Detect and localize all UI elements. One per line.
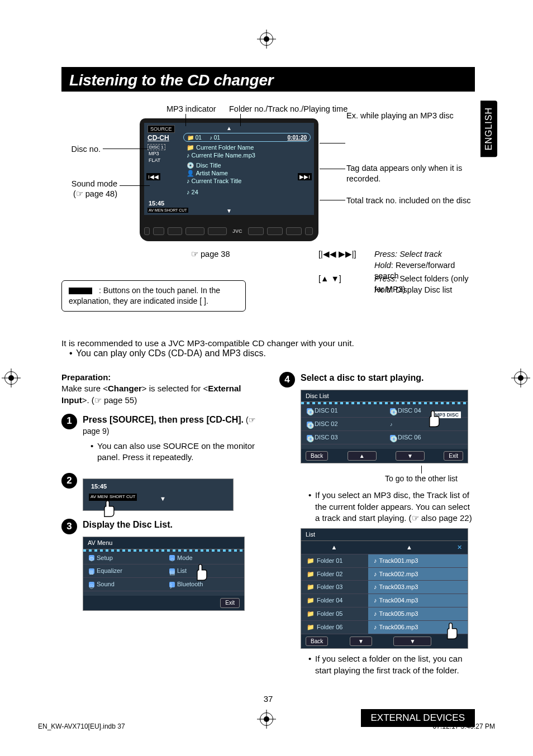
leader-line xyxy=(120,185,150,186)
disc-list-screenshot: Disc List 💿DISC 01 💿DISC 04 💿DISC 02 ♪MP… xyxy=(301,390,468,464)
scroll-up-button[interactable]: ▲ xyxy=(348,451,377,461)
scroll-down-button[interactable]: ▼ xyxy=(350,637,372,647)
hw-button[interactable] xyxy=(248,227,264,235)
leader-line xyxy=(421,466,422,473)
step4-bullet1: If you select an MP3 disc, the Track lis… xyxy=(308,490,475,524)
playback-info-bar: 📁 01 ♪ 01 0:01:20 xyxy=(183,133,311,142)
footer-file: EN_KW-AVX710[EU].indb 37 xyxy=(38,722,125,730)
other-list-label: To go to the other list xyxy=(385,474,458,483)
track-item[interactable]: ♪ Track004.mp3 xyxy=(368,594,468,607)
track-list-header: List xyxy=(301,529,468,541)
exit-button[interactable]: Exit xyxy=(444,451,463,461)
folder-item[interactable]: 📁 Folder 02 xyxy=(301,568,368,581)
step4-title: Select a disc to start playing. xyxy=(301,372,475,384)
hw-button[interactable] xyxy=(305,227,313,235)
track-number: ♪ 01 xyxy=(210,135,220,141)
page-content: Listening to the CD changer ENGLISH MP3 … xyxy=(61,67,475,727)
disc-icon: 💿 xyxy=(390,435,396,441)
scroll-up-button[interactable]: ▲ xyxy=(367,541,451,554)
hw-button[interactable] xyxy=(153,227,164,235)
disc-indicator: DISC 1 xyxy=(147,144,165,150)
hw-button[interactable] xyxy=(267,227,283,235)
close-button[interactable]: ✕ xyxy=(451,541,468,554)
artist-line: 👤 Artist Name xyxy=(187,170,228,177)
track-item[interactable]: ♪ Track005.mp3 xyxy=(368,607,468,621)
leader-line xyxy=(103,149,147,149)
track-list-screenshot: List ▲ ▲ ✕ 📁 Folder 01 ♪ xyxy=(301,528,468,649)
exit-button[interactable]: Exit xyxy=(220,598,240,608)
updown-symbol: [▲ ▼] xyxy=(318,274,341,284)
folder-item[interactable]: 📁 Folder 04 xyxy=(301,594,368,607)
preparation-text: Make sure <Changer> is selected for <Ext… xyxy=(61,383,257,406)
menu-item-equalizer[interactable]: ≣Equalizer xyxy=(83,564,164,578)
hw-button[interactable] xyxy=(208,227,227,235)
clock: 15:45 xyxy=(91,482,107,491)
up-arrow-icon[interactable]: ▲ xyxy=(226,125,232,131)
clock: 15:45 xyxy=(149,200,164,207)
label-mp3-indicator: MP3 indicator xyxy=(166,104,216,114)
track-title-line: ♪ Current Track Title xyxy=(187,178,241,184)
label-ex-mp3: Ex. while playing an MP3 disc xyxy=(346,111,454,121)
track-item[interactable]: ♪ Track001.mp3 xyxy=(368,554,468,568)
leader-line xyxy=(320,200,345,200)
print-registration-mark xyxy=(4,371,18,385)
disc-item[interactable]: 💿DISC 02 xyxy=(301,418,384,431)
pointing-hand-icon xyxy=(442,621,461,640)
disc-title-line: 💿 Disc Title xyxy=(187,162,221,169)
preparation-heading: Preparation: xyxy=(61,372,257,383)
step-number: 3 xyxy=(61,519,77,534)
scroll-up-button[interactable]: ▲ xyxy=(301,541,367,554)
hw-button[interactable] xyxy=(185,227,204,235)
file-name-line: ♪ Current File Name.mp3 xyxy=(187,152,255,159)
source-label: CD-CH xyxy=(147,134,169,142)
step-4: 4 Select a disc to start playing. Disc L… xyxy=(279,372,475,678)
touch-panel-note: : Buttons on the touch panel. In the exp… xyxy=(61,280,246,312)
pointing-hand-icon xyxy=(192,563,211,582)
track-item[interactable]: ♪ Track002.mp3 xyxy=(368,568,468,581)
source-button[interactable]: SOURCE xyxy=(147,125,175,133)
menu-item-sound[interactable]: ◎Sound xyxy=(83,578,164,591)
footer-timestamp: 07.12.17 5:46:27 PM xyxy=(433,722,495,730)
scroll-down-button[interactable]: ▼ xyxy=(393,637,431,647)
disc-item[interactable]: 💿DISC 03 xyxy=(301,431,384,444)
list-icon: ▤ xyxy=(169,568,175,574)
scroll-down-button[interactable]: ▼ xyxy=(396,451,425,461)
step3-title: Display the Disc List. xyxy=(83,519,257,531)
back-button[interactable]: Back xyxy=(306,451,328,461)
print-registration-mark xyxy=(514,371,527,385)
pointing-hand-icon xyxy=(99,499,118,518)
down-arrow-icon[interactable]: ▼ xyxy=(226,208,232,214)
device-screenshot: SOURCE ▲ CD-CH 📁 01 ♪ 01 0:01:20 DISC 1 … xyxy=(140,118,318,241)
track-item[interactable]: ♪ Track003.mp3 xyxy=(368,581,468,594)
hw-button[interactable] xyxy=(168,227,182,235)
shortcut-button[interactable]: SHORT CUT xyxy=(163,208,188,213)
folder-item[interactable]: 📁 Folder 03 xyxy=(301,581,368,594)
brand-logo: JVC xyxy=(232,228,242,234)
folder-item[interactable]: 📁 Folder 01 xyxy=(301,554,368,568)
label-sound-mode: Sound mode xyxy=(61,179,117,189)
print-registration-mark xyxy=(260,32,273,46)
pointing-hand-icon xyxy=(424,409,443,428)
leader-line xyxy=(185,114,186,126)
page-number: 37 xyxy=(61,694,475,704)
label-folder-track-time: Folder no./Track no./Playing time xyxy=(229,104,348,114)
updown-hold: Hold: Display Disc list xyxy=(374,285,452,295)
down-arrow-icon[interactable]: ▼ xyxy=(160,495,166,503)
hw-button[interactable] xyxy=(144,227,150,235)
print-footer: EN_KW-AVX710[EU].indb 37 07.12.17 5:46:2… xyxy=(38,722,495,730)
device-diagram: MP3 indicator Folder no./Track no./Playi… xyxy=(61,102,475,336)
prev-track-button[interactable]: ı◀◀ xyxy=(146,173,160,180)
leader-line xyxy=(240,114,241,126)
menu-header: AV Menu xyxy=(83,537,244,549)
label-sound-mode-ref: (☞ page 48) xyxy=(61,189,117,199)
next-track-button[interactable]: ▶▶ı xyxy=(298,173,312,180)
menu-item-setup[interactable]: ⚙Setup xyxy=(83,552,164,565)
folder-item[interactable]: 📁 Folder 05 xyxy=(301,607,368,621)
folder-item[interactable]: 📁 Folder 06 xyxy=(301,621,368,634)
intro-bullet: You can play only CDs (CD-DA) and MP3 di… xyxy=(69,348,475,358)
hw-button[interactable] xyxy=(286,227,302,235)
disc-item[interactable]: 💿DISC 01 xyxy=(301,404,384,418)
back-button[interactable]: Back xyxy=(306,637,328,647)
equalizer-icon: ≣ xyxy=(89,568,94,574)
disc-item[interactable]: 💿DISC 06 xyxy=(384,431,468,444)
